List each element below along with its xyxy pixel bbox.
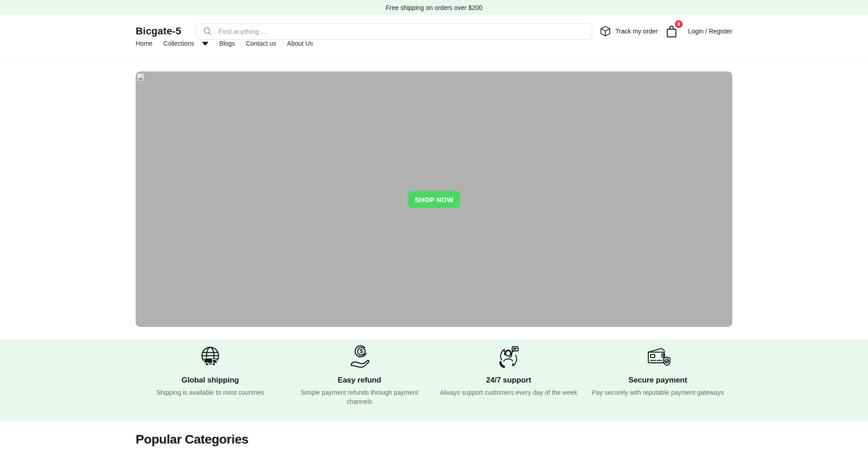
feature-description: Always support customers every day of th… <box>439 388 579 397</box>
support-agent-icon <box>434 345 583 370</box>
feature-title: Easy refund <box>285 376 434 385</box>
nav-item-collections[interactable]: Collections <box>163 40 208 47</box>
announcement-text: Free shipping on orders over $200 <box>386 4 482 11</box>
announcement-bar: Free shipping on orders over $200 <box>0 0 868 15</box>
feature-secure-payment: Secure payment Pay securely with reputab… <box>583 345 732 406</box>
secure-card-icon <box>583 345 732 370</box>
search-input[interactable] <box>217 27 585 36</box>
popular-categories-heading: Popular Categories <box>136 432 732 447</box>
feature-description: Pay securely with reputable payment gate… <box>588 388 728 397</box>
site-header: Bicgate-5 Track my order <box>0 15 868 61</box>
feature-description: Simple payment refunds through payment c… <box>289 388 429 406</box>
nav-item-blogs[interactable]: Blogs <box>219 40 235 47</box>
feature-title: 24/7 support <box>434 376 583 385</box>
shop-now-button[interactable]: SHOP NOW <box>408 191 460 208</box>
nav-item-contact[interactable]: Contact us <box>246 40 276 47</box>
feature-description: Shipping is available to most countries <box>140 388 280 397</box>
store-logo[interactable]: Bicgate-5 <box>136 25 181 37</box>
nav-item-about[interactable]: About Us <box>287 40 313 47</box>
track-order-link[interactable]: Track my order <box>599 25 658 37</box>
broken-image-icon <box>137 73 144 81</box>
features-section: Global shipping Shipping is available to… <box>0 339 868 422</box>
main-content: SHOP NOW Global s <box>0 71 868 447</box>
hero-banner: SHOP NOW <box>136 71 732 327</box>
svg-text:$: $ <box>360 348 363 354</box>
track-order-label: Track my order <box>615 28 658 35</box>
search-icon <box>203 26 212 36</box>
feature-title: Secure payment <box>583 376 732 385</box>
cart-button[interactable]: 0 <box>665 24 679 39</box>
feature-title: Global shipping <box>136 376 285 385</box>
globe-truck-icon <box>136 345 285 370</box>
main-nav: Home Collections Blogs Contact us About … <box>136 40 732 61</box>
feature-easy-refund: $ Easy refund Simple payment refunds thr… <box>285 345 434 406</box>
feature-global-shipping: Global shipping Shipping is available to… <box>136 345 285 406</box>
refund-hand-icon: $ <box>285 345 434 370</box>
caret-down-icon[interactable] <box>202 42 208 46</box>
search-bar[interactable] <box>196 23 592 40</box>
header-actions: Track my order 0 Login / Register <box>599 24 732 39</box>
package-icon <box>599 25 611 37</box>
login-register-link[interactable]: Login / Register <box>688 28 732 35</box>
cart-count-badge: 0 <box>674 19 684 29</box>
feature-support: 24/7 support Always support customers ev… <box>434 345 583 406</box>
nav-item-home[interactable]: Home <box>136 40 152 47</box>
